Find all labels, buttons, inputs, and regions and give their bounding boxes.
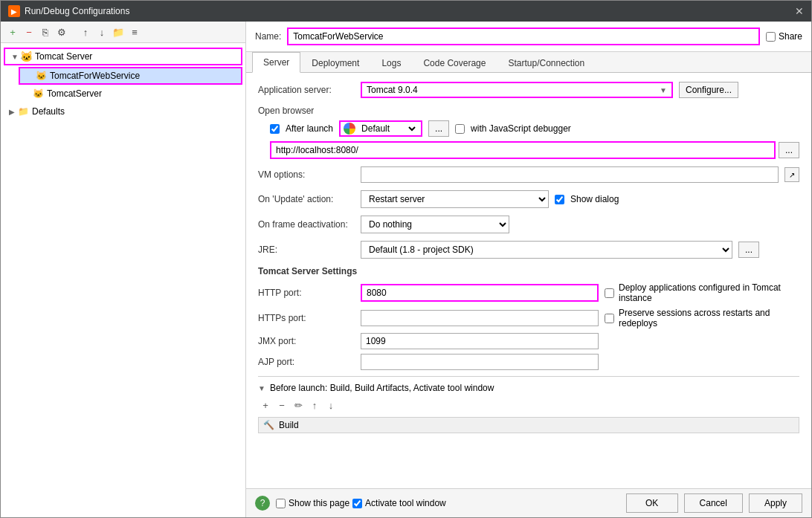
left-panel: + − ⎘ ⚙ ↑ ↓ 📁 ≡ ▼ 🐱 Tomcat Server — [1, 22, 246, 517]
share-label: Share — [779, 31, 802, 42]
move-up-button[interactable]: ↑ — [78, 25, 93, 39]
deploy-apps-checkbox[interactable] — [605, 288, 614, 298]
show-dialog-label: Show dialog — [570, 194, 619, 204]
browser-more-button[interactable]: ... — [428, 120, 449, 137]
tree-item-label-2: TomcatServer — [47, 88, 102, 99]
name-row: Name: Share — [246, 22, 811, 52]
jre-label: JRE: — [258, 245, 355, 255]
after-launch-checkbox[interactable] — [270, 124, 280, 134]
server-form: Application server: Tomcat 9.0.4 ▼ Confi… — [246, 73, 811, 488]
jre-more-button[interactable]: ... — [738, 242, 759, 258]
update-action-label: On 'Update' action: — [258, 194, 355, 204]
tree-expand-icon: ▼ — [10, 53, 20, 61]
right-panel: Name: Share Server Deployment Logs Code … — [246, 22, 811, 517]
apply-button[interactable]: Apply — [749, 493, 802, 513]
tree-item-tomcatserver[interactable]: 🐱 TomcatServer — [16, 86, 245, 101]
tree-item-label-1: TomcatForWebService — [50, 71, 140, 81]
ok-button[interactable]: OK — [626, 493, 678, 513]
defaults-expand-icon: ▶ — [7, 108, 17, 116]
https-port-label: HTTPs port: — [258, 313, 355, 323]
application-server-row: Application server: Tomcat 9.0.4 ▼ Confi… — [258, 82, 799, 98]
ajp-port-label: AJP port: — [258, 357, 355, 367]
configure-button[interactable]: Configure... — [679, 82, 738, 98]
defaults-label: Defaults — [32, 106, 65, 117]
add-config-button[interactable]: + — [5, 25, 20, 39]
tab-server[interactable]: Server — [252, 52, 300, 73]
copy-config-button[interactable]: ⎘ — [38, 25, 53, 39]
defaults-icon: 📁 — [17, 106, 29, 117]
jre-select[interactable]: Default (1.8 - project SDK) — [361, 241, 732, 259]
cancel-button[interactable]: Cancel — [684, 493, 743, 513]
show-page-checkbox[interactable] — [276, 499, 286, 508]
bl-edit-button[interactable]: ✏ — [291, 398, 306, 412]
configuration-toolbar: + − ⎘ ⚙ ↑ ↓ 📁 ≡ — [1, 22, 245, 43]
app-server-value: Tomcat 9.0.4 — [367, 85, 660, 95]
jmx-port-input[interactable] — [361, 333, 599, 349]
build-icon: 🔨 — [263, 420, 274, 430]
folder-button[interactable]: 📁 — [111, 25, 126, 39]
settings-config-button[interactable]: ⚙ — [54, 25, 69, 39]
vm-options-expand-button[interactable]: ↗ — [784, 167, 799, 182]
dialog-buttons: OK Cancel Apply — [626, 493, 802, 513]
show-dialog-checkbox[interactable] — [555, 195, 564, 204]
tab-deployment[interactable]: Deployment — [300, 53, 370, 73]
jmx-port-label: JMX port: — [258, 336, 355, 346]
tree-group-tomcat[interactable]: ▼ 🐱 Tomcat Server — [4, 48, 242, 65]
url-row: ... — [258, 141, 799, 159]
frame-deactivation-label: On frame deactivation: — [258, 219, 355, 230]
before-launch-collapse-icon[interactable]: ▼ — [258, 384, 265, 392]
url-more-button[interactable]: ... — [779, 142, 799, 158]
browser-select-wrapper: Default Chrome Firefox — [339, 120, 422, 137]
browser-select[interactable]: Default Chrome Firefox — [358, 123, 418, 135]
tab-startup-connection[interactable]: Startup/Connection — [497, 53, 596, 73]
tree-item-tomcatforwebservice[interactable]: 🐱 TomcatForWebService — [19, 67, 242, 85]
remove-config-button[interactable]: − — [22, 25, 36, 39]
name-input[interactable] — [287, 27, 760, 45]
build-item[interactable]: 🔨 Build — [258, 417, 799, 433]
update-action-select[interactable]: Restart server Update classes and resour… — [361, 190, 549, 208]
config-icon-2: 🐱 — [32, 88, 44, 100]
title-bar: ▶ Run/Debug Configurations ✕ — [1, 1, 811, 22]
frame-deactivation-select[interactable]: Do nothing Update classes and resources — [361, 216, 509, 233]
tree-item-defaults[interactable]: ▶ 📁 Defaults — [1, 104, 245, 119]
help-button[interactable]: ? — [255, 496, 270, 511]
js-debugger-label: with JavaScript debugger — [471, 123, 571, 134]
show-page-row: Show this page Activate tool window — [276, 498, 446, 508]
bottom-row: ? Show this page Activate tool window OK… — [246, 488, 811, 517]
before-launch-label: Before launch: Build, Build Artifacts, A… — [270, 383, 494, 393]
dialog-icon: ▶ — [8, 5, 20, 17]
http-port-label: HTTP port: — [258, 288, 355, 298]
http-port-input[interactable] — [361, 284, 599, 302]
app-server-dropdown-icon: ▼ — [660, 86, 667, 94]
ajp-port-input[interactable] — [361, 354, 599, 370]
bl-up-button[interactable]: ↑ — [307, 398, 322, 412]
name-label: Name: — [255, 31, 281, 42]
preserve-sessions-checkbox[interactable] — [605, 314, 614, 323]
move-down-button[interactable]: ↓ — [94, 25, 109, 39]
activate-tool-window-checkbox[interactable] — [352, 499, 362, 508]
tomcat-server-group-label: Tomcat Server — [35, 51, 92, 62]
tab-logs[interactable]: Logs — [370, 53, 412, 73]
tab-code-coverage[interactable]: Code Coverage — [412, 53, 497, 73]
show-page-label: Show this page — [289, 498, 349, 508]
tomcat-group-icon: 🐱 — [20, 51, 32, 62]
bl-remove-button[interactable]: − — [274, 398, 289, 412]
before-launch-header: ▼ Before launch: Build, Build Artifacts,… — [258, 383, 799, 393]
before-launch-toolbar: + − ✏ ↑ ↓ — [258, 398, 799, 412]
jre-row: JRE: Default (1.8 - project SDK) ... — [258, 241, 799, 259]
open-browser-section: Open browser After launch Default Chrome… — [258, 106, 799, 159]
bl-down-button[interactable]: ↓ — [323, 398, 338, 412]
close-button[interactable]: ✕ — [795, 5, 804, 17]
js-debugger-checkbox[interactable] — [455, 124, 465, 134]
share-checkbox[interactable] — [766, 32, 776, 42]
preserve-sessions-label: Preserve sessions across restarts and re… — [619, 308, 799, 328]
url-input[interactable] — [270, 141, 776, 159]
after-launch-row: After launch Default Chrome Firefox ... … — [258, 120, 799, 137]
vm-options-row: VM options: ↗ — [258, 166, 799, 183]
sort-button[interactable]: ≡ — [127, 25, 142, 39]
https-port-input[interactable] — [361, 310, 599, 326]
bl-add-button[interactable]: + — [258, 398, 273, 412]
before-launch-section: ▼ Before launch: Build, Build Artifacts,… — [258, 376, 799, 433]
vm-options-input[interactable] — [361, 166, 779, 183]
frame-deactivation-row: On frame deactivation: Do nothing Update… — [258, 216, 799, 233]
